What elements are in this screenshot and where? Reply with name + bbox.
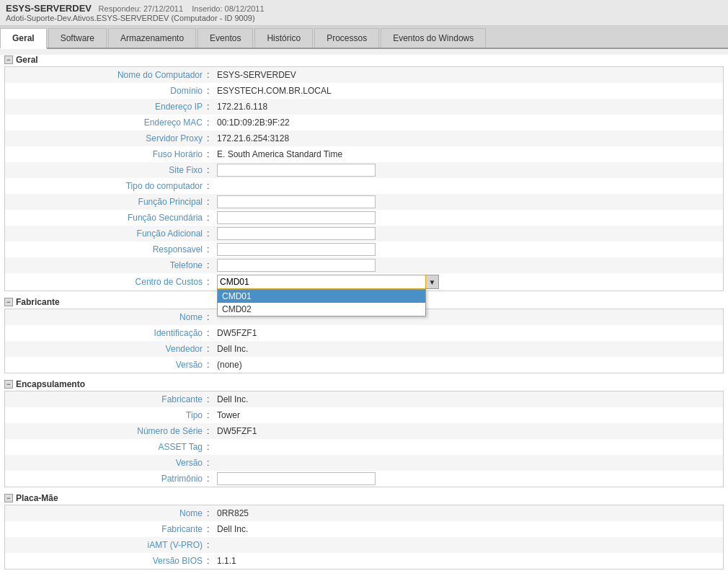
collapse-geral-icon[interactable]: − <box>4 56 13 64</box>
field-enc-patrimonio: Patrimônio : <box>5 471 723 487</box>
section-placa-mae: − Placa-Mãe Nome : 0RR825 Fabricante : D… <box>4 493 724 570</box>
value-centro-custos[interactable]: ▼ CMD01 CMD02 <box>214 273 723 291</box>
field-fab-identificacao: Identificação : DW5FZF1 <box>5 325 723 341</box>
tab-armazenamento[interactable]: Armazenamento <box>108 28 196 48</box>
value-pm-iamt <box>214 544 723 546</box>
tabs-bar: Geral Software Armazenamento Eventos His… <box>0 26 728 49</box>
collapse-fabricante-icon[interactable]: − <box>4 298 13 306</box>
section-placa-mae-title: Placa-Mãe <box>16 493 58 503</box>
dropdown-option-cmd01[interactable]: CMD01 <box>218 290 425 303</box>
input-funcao-adicional[interactable] <box>217 227 376 240</box>
tab-eventos-windows[interactable]: Eventos do Windows <box>381 28 486 48</box>
value-endereco-ip: 172.21.6.118 <box>214 100 723 113</box>
dropdown-option-cmd02[interactable]: CMD02 <box>218 303 425 316</box>
label-nome-computador: Nome do Computador <box>5 68 207 81</box>
input-telefone[interactable] <box>217 259 376 272</box>
value-nome-computador: ESYS-SERVERDEV <box>214 68 723 81</box>
value-dominio: ESYSTECH.COM.BR.LOCAL <box>214 84 723 97</box>
section-geral-header[interactable]: − Geral <box>4 55 724 65</box>
value-fab-identificacao: DW5FZF1 <box>214 327 723 340</box>
field-enc-tipo: Tipo : Tower <box>5 407 723 423</box>
label-funcao-adicional: Função Adicional <box>5 227 207 240</box>
label-dominio: Domínio <box>5 84 207 97</box>
tab-processos[interactable]: Processos <box>314 28 379 48</box>
value-fab-vendedor: Dell Inc. <box>214 342 723 355</box>
value-endereco-mac: 00:1D:09:2B:9F:22 <box>214 116 723 129</box>
field-fab-versao: Versão : (none) <box>5 357 723 373</box>
label-tipo-computador: Tipo do computador <box>5 180 207 192</box>
field-enc-numero-serie: Número de Série : DW5FZF1 <box>5 423 723 439</box>
section-placa-mae-header[interactable]: − Placa-Mãe <box>4 493 724 503</box>
label-enc-numero-serie: Número de Série <box>5 425 207 438</box>
label-servidor-proxy: Servidor Proxy <box>5 132 207 145</box>
field-nome-computador: Nome do Computador : ESYS-SERVERDEV <box>5 67 723 83</box>
label-fuso-horario: Fuso Horário <box>5 148 207 161</box>
value-site-fixo[interactable] <box>214 162 723 178</box>
section-encapsulamento-body: Fabricante : Dell Inc. Tipo : Tower Núme… <box>4 391 724 487</box>
label-enc-tipo: Tipo <box>5 409 207 422</box>
section-fabricante-title: Fabricante <box>16 297 60 307</box>
input-site-fixo[interactable] <box>217 164 376 177</box>
input-funcao-principal[interactable] <box>217 195 376 208</box>
section-encapsulamento-header[interactable]: − Encapsulamento <box>4 379 724 389</box>
value-fuso-horario: E. South America Standard Time <box>214 148 723 161</box>
value-funcao-principal[interactable] <box>214 194 723 210</box>
label-pm-nome: Nome <box>5 507 207 520</box>
main-content: − Geral Nome do Computador : ESYS-SERVER… <box>0 55 728 576</box>
computer-name: ESYS-SERVERDEV <box>6 3 92 14</box>
section-geral: − Geral Nome do Computador : ESYS-SERVER… <box>4 55 724 291</box>
value-enc-patrimonio[interactable] <box>214 471 723 487</box>
field-servidor-proxy: Servidor Proxy : 172.21.6.254:3128 <box>5 130 723 146</box>
value-pm-nome: 0RR825 <box>214 507 723 520</box>
label-fab-identificacao: Identificação <box>5 327 207 340</box>
field-pm-fabricante: Fabricante : Dell Inc. <box>5 521 723 537</box>
tab-geral[interactable]: Geral <box>0 28 47 49</box>
section-geral-body: Nome do Computador : ESYS-SERVERDEV Domí… <box>4 66 724 291</box>
label-pm-iamt: iAMT (V-PRO) <box>5 539 207 551</box>
value-telefone[interactable] <box>214 257 723 273</box>
field-pm-versao-bios: Versão BIOS : 1.1.1 <box>5 553 723 569</box>
field-fuso-horario: Fuso Horário : E. South America Standard… <box>5 146 723 162</box>
value-servidor-proxy: 172.21.6.254:3128 <box>214 132 723 145</box>
tab-historico[interactable]: Histórico <box>254 28 313 48</box>
value-enc-numero-serie: DW5FZF1 <box>214 425 723 438</box>
field-dominio: Domínio : ESYSTECH.COM.BR.LOCAL <box>5 83 723 99</box>
collapse-placa-mae-icon[interactable]: − <box>4 494 13 502</box>
label-telefone: Telefone <box>5 259 207 272</box>
section-fabricante-body: Nome : Identificação : DW5FZF1 Vendedor … <box>4 309 724 373</box>
header-subtitle: Adoti-Suporte-Dev.Ativos.ESYS-SERVERDEV … <box>6 14 722 22</box>
label-enc-versao: Versão <box>5 456 207 469</box>
section-geral-title: Geral <box>16 55 38 65</box>
section-encapsulamento-title: Encapsulamento <box>16 379 85 389</box>
label-fab-nome: Nome <box>5 311 207 324</box>
value-pm-fabricante: Dell Inc. <box>214 523 723 536</box>
dropdown-arrow-icon[interactable]: ▼ <box>426 275 439 289</box>
dropdown-centro-custos[interactable]: ▼ CMD01 CMD02 <box>217 275 439 289</box>
tab-software[interactable]: Software <box>48 28 107 48</box>
value-responsavel[interactable] <box>214 242 723 257</box>
value-enc-tipo: Tower <box>214 409 723 422</box>
input-responsavel[interactable] <box>217 243 376 256</box>
label-funcao-secundaria: Função Secundária <box>5 211 207 224</box>
input-funcao-secundaria[interactable] <box>217 211 376 224</box>
dropdown-list-centro-custos: CMD01 CMD02 <box>217 289 426 316</box>
label-endereco-ip: Endereço IP <box>5 100 207 113</box>
value-funcao-adicional[interactable] <box>214 226 723 242</box>
select-wrapper-centro-custos: ▼ <box>217 275 439 289</box>
section-placa-mae-body: Nome : 0RR825 Fabricante : Dell Inc. iAM… <box>4 505 724 570</box>
value-funcao-secundaria[interactable] <box>214 210 723 226</box>
label-fab-vendedor: Vendedor <box>5 342 207 355</box>
field-endereco-ip: Endereço IP : 172.21.6.118 <box>5 99 723 115</box>
value-enc-fabricante: Dell Inc. <box>214 393 723 406</box>
field-site-fixo: Site Fixo : <box>5 162 723 178</box>
input-centro-custos[interactable] <box>217 275 426 289</box>
header: ESYS-SERVERDEV Respondeu: 27/12/2011 Ins… <box>0 0 728 26</box>
label-endereco-mac: Endereço MAC <box>5 116 207 129</box>
collapse-encapsulamento-icon[interactable]: − <box>4 380 13 389</box>
value-pm-versao-bios: 1.1.1 <box>214 554 723 567</box>
label-responsavel: Responsavel <box>5 243 207 256</box>
tab-eventos[interactable]: Eventos <box>197 28 253 48</box>
field-enc-fabricante: Fabricante : Dell Inc. <box>5 391 723 407</box>
input-patrimonio[interactable] <box>217 472 376 485</box>
field-endereco-mac: Endereço MAC : 00:1D:09:2B:9F:22 <box>5 115 723 130</box>
